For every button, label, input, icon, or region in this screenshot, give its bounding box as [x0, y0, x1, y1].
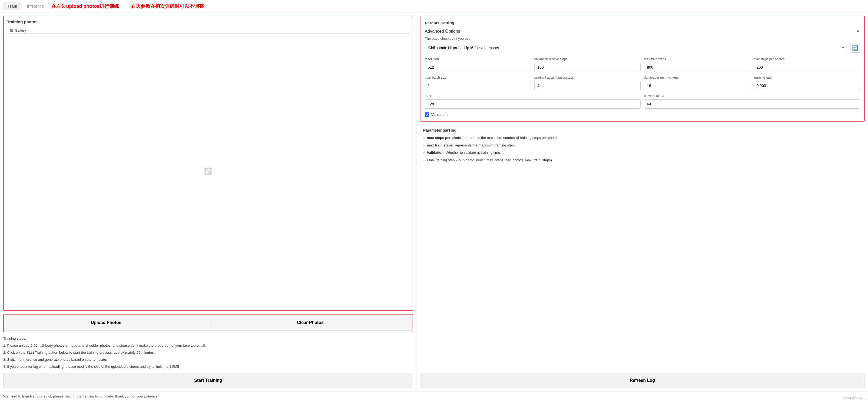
param-gradient-accumulation: gradient accumulationsteps	[534, 76, 641, 90]
params-grid-row3: rank network alpha	[425, 94, 860, 109]
rank-input[interactable]	[425, 99, 641, 109]
corner-watermark: CSDN @Bubbb...	[843, 397, 866, 400]
bottom-note: We need to train first to predict, pleas…	[0, 391, 868, 401]
checkpoint-select[interactable]: Chilloutmix-Ni-pruned-fp16-fix.safetenso…	[425, 43, 848, 53]
annotation-right: 右边参数在初次训练时可以不调整	[131, 3, 204, 9]
training-photos-box: Training photos ⊞ Gallery 🖼	[3, 16, 413, 311]
tab-train[interactable]: Train	[3, 2, 22, 10]
chevron-down-icon[interactable]: ▼	[856, 29, 860, 34]
training-step-1: 1. Please upload 5-20 half-body photos o…	[3, 343, 413, 348]
gradient-accumulation-label: gradient accumulationsteps	[534, 76, 641, 79]
parsing-title: Parameter parsing:	[423, 128, 862, 132]
gallery-label: Gallery	[15, 28, 26, 32]
parsing-item-3: Final training step = Min(photo_num * ma…	[423, 158, 862, 163]
parsing-item-2: Validation Whether to validate at traini…	[423, 150, 862, 155]
params-setting-box: Params Setting Advanced Options ▼ The ba…	[420, 16, 865, 122]
advanced-options-label: Advanced Options	[425, 29, 460, 34]
gallery-button[interactable]: ⊞ Gallery	[7, 27, 409, 34]
training-photos-title: Training photos	[7, 20, 409, 24]
param-network-alpha: network alpha	[644, 94, 860, 109]
network-alpha-input[interactable]	[644, 99, 860, 109]
train-batch-size-input[interactable]	[425, 81, 531, 90]
training-steps: Training steps: 1. Please upload 5-20 ha…	[3, 336, 413, 371]
max-train-steps-label: max train steps	[644, 57, 750, 61]
dataloader-num-workers-label: dataloader num workers	[644, 76, 750, 79]
param-max-train-steps: max train steps	[644, 57, 750, 72]
learning-rate-label: learning rate	[754, 76, 860, 79]
start-training-button[interactable]: Start Training	[3, 373, 413, 388]
rank-label: rank	[425, 94, 641, 98]
checkpoint-row: Chilloutmix-Ni-pruned-fp16-fix.safetenso…	[425, 43, 860, 53]
validation-label: Validation	[431, 112, 447, 117]
gallery-icon: ⊞	[10, 28, 13, 32]
parsing-item-1: max train steps represents the maximum t…	[423, 143, 862, 148]
parsing-item-0: max steps per photo represents the maxim…	[423, 135, 862, 140]
base-checkpoint-desc: The base checkpoint you use.	[425, 36, 860, 40]
annotation-left: 在左边upload photos进行训练	[51, 3, 119, 9]
param-train-batch-size: train batch size	[425, 76, 531, 90]
training-step-2: 2. Click on the Start Training button be…	[3, 350, 413, 356]
param-learning-rate: learning rate	[754, 76, 860, 90]
image-placeholder-icon: 🖼	[204, 167, 213, 177]
learning-rate-input[interactable]	[754, 81, 860, 90]
clear-photos-button[interactable]: Clear Photos	[208, 315, 412, 331]
max-train-steps-input[interactable]	[644, 63, 750, 72]
param-resolution: resolution	[425, 57, 531, 72]
param-rank: rank	[425, 94, 641, 109]
advanced-options-header: Advanced Options ▼	[425, 29, 860, 34]
parameter-parsing: Parameter parsing: max steps per photo r…	[420, 125, 865, 168]
photo-buttons-wrap: Upload Photos Clear Photos	[3, 314, 413, 332]
param-validation-save-steps: validation & save steps	[534, 57, 641, 72]
train-batch-size-label: train batch size	[425, 76, 531, 79]
checkpoint-refresh-button[interactable]: 🔄	[850, 43, 860, 53]
dataloader-num-workers-input[interactable]	[644, 81, 750, 90]
param-dataloader-num-workers: dataloader num workers	[644, 76, 750, 90]
network-alpha-label: network alpha	[644, 94, 860, 98]
param-max-steps-per-photos: max steps per photos	[754, 57, 860, 72]
validation-save-steps-input[interactable]	[534, 63, 641, 72]
params-grid-row2: train batch size gradient accumulationst…	[425, 76, 860, 90]
tab-inference[interactable]: Inference	[23, 2, 49, 10]
photo-upload-area[interactable]: 🖼	[7, 36, 409, 307]
validation-row: Validation	[425, 112, 860, 117]
validation-save-steps-label: validation & save steps	[534, 57, 641, 61]
gradient-accumulation-input[interactable]	[534, 81, 641, 90]
refresh-log-button[interactable]: Refresh Log	[420, 373, 865, 388]
resolution-label: resolution	[425, 57, 531, 61]
max-steps-per-photos-label: max steps per photos	[754, 57, 860, 61]
upload-photos-button[interactable]: Upload Photos	[4, 315, 208, 331]
validation-checkbox[interactable]	[425, 112, 429, 117]
params-setting-title: Params Setting	[425, 21, 860, 25]
parsing-list: max steps per photo represents the maxim…	[423, 135, 862, 163]
training-step-4: 4. If you encounter lag when uploading, …	[3, 364, 413, 370]
max-steps-per-photos-input[interactable]	[754, 63, 860, 72]
resolution-input[interactable]	[425, 63, 531, 72]
params-grid-row1: resolution validation & save steps max t…	[425, 57, 860, 72]
training-steps-title: Training steps:	[3, 336, 413, 341]
training-step-3: 3. Switch to Inference and generate phot…	[3, 357, 413, 363]
